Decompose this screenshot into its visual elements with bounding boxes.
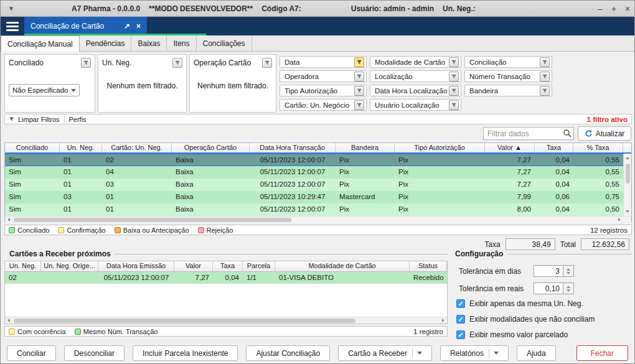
table-row[interactable]: Sim0301Baixa05/11/2023 10:29:47Mastercar… [5,191,623,203]
filter-button-numero-transacao[interactable]: Número Transação [464,70,552,82]
ajuda-button[interactable]: Ajuda [517,345,556,361]
tab-pendencias[interactable]: Pendências [80,36,132,51]
detach-icon[interactable]: ↗ [124,22,130,30]
funnel-icon[interactable] [172,58,182,68]
filter-button-cartao-un-negocio[interactable]: Cartão: Un. Negócio [280,99,367,111]
table-row[interactable]: Sim0103Baixa05/11/2023 12:00:07PixPix7,2… [5,179,623,191]
column-header-conciliado[interactable]: Conciliado [5,143,60,152]
column-header-un-neg[interactable]: Un. Neg. [60,143,102,152]
funnel-icon[interactable] [540,72,550,82]
fechar-button[interactable]: Fechar [576,345,628,361]
column-header-parcela[interactable]: Parcela [243,261,275,271]
tab-itens[interactable]: Itens [167,36,196,51]
spinner-buttons[interactable] [563,282,574,294]
funnel-icon[interactable] [540,86,550,96]
funnel-icon[interactable] [449,100,459,110]
checkbox-exibir-modalidades-que-nao-conciliam[interactable]: ✓Exibir modalidades que não conciliam [456,315,595,324]
cartao-a-receber-split-button[interactable]: Cartão a Receber [338,345,432,361]
tab-conciliacao-manual[interactable]: Conciliação Manual [1,35,80,52]
menu-icon[interactable] [1,17,24,35]
checkbox-exibir-apenas-da-mesma-un-neg[interactable]: ✓Exibir apenas da mesma Un. Neg. [456,299,583,308]
tolerancia-dias-input[interactable]: 3 [534,265,563,277]
column-header-data-hora-transacao[interactable]: Data Hora Transação [250,143,336,152]
maximize-icon[interactable]: + [607,4,621,14]
filter-button-conciliacao[interactable]: Conciliação [464,56,552,68]
scrollbar-thumb[interactable] [14,319,355,323]
column-header-cartao-un-neg[interactable]: Cartão: Un. Neg. [102,143,172,152]
tab-baixas[interactable]: Baixas [131,36,167,51]
funnel-icon[interactable] [81,58,91,68]
checkbox-checked-icon[interactable]: ✓ [456,315,465,324]
perfis-button[interactable]: Perfis [68,116,86,123]
scroll-up-icon[interactable] [624,154,631,162]
tolerancia-reais-input[interactable]: 0,10 [534,282,563,294]
conciliado-select[interactable]: Não Especificado [9,84,80,96]
table-row[interactable]: Sim0101Baixa05/11/2023 12:00:07PixPix8,0… [5,203,623,216]
column-header-valor[interactable]: Valor ▲ [485,143,535,152]
funnel-icon[interactable] [354,86,364,96]
cell: 03 [60,191,102,203]
tab-conciliacao-de-cartao[interactable]: Conciliação de Cartão ↗ × [24,17,147,35]
funnel-icon[interactable] [354,100,364,110]
funnel-icon[interactable] [449,57,459,67]
column-header-un-neg[interactable]: Un. Neg. [5,261,41,271]
spinner-buttons[interactable] [563,265,574,277]
vertical-scrollbar[interactable] [623,154,631,216]
scroll-left-icon[interactable] [5,317,12,324]
funnel-icon[interactable] [354,72,364,82]
ajustar-conciliacao-button[interactable]: Ajustar Conciliação [246,345,330,361]
filter-button-data-hora-localizacao[interactable]: Data Hora Localização [370,85,461,96]
funnel-icon[interactable] [354,57,364,67]
conciliar-button[interactable]: Conciliar [7,345,56,361]
scroll-down-icon[interactable] [624,207,631,216]
scroll-right-icon[interactable] [440,317,447,324]
funnel-icon[interactable] [449,86,459,96]
checkbox-checked-icon[interactable]: ✓ [456,299,465,308]
incluir-parcela-inexistente-button[interactable]: Incluir Parcela Inexistente [133,345,238,361]
scrollbar-thumb[interactable] [14,218,291,222]
close-tab-icon[interactable]: × [136,22,141,30]
funnel-icon[interactable] [262,58,272,68]
column-header-valor[interactable]: Valor [174,261,213,271]
table-row[interactable]: 0205/11/2023 12:00:077,270,041/101-VISA … [5,272,447,284]
desconciliar-button[interactable]: Desconciliar [64,345,125,361]
column-header-modalidade-de-cartao[interactable]: Modalidade de Cartão [275,261,410,271]
close-window-icon[interactable]: × [621,4,634,14]
filter-button-localizacao[interactable]: Localização [370,70,461,82]
scroll-left-icon[interactable] [5,217,12,223]
relatorios-split-button[interactable]: Relatórios [440,345,509,361]
filter-button-data[interactable]: Data [280,56,367,68]
column-header-un-neg-orige[interactable]: Un. Neg. Orige... [41,261,98,271]
column-header-tipo-autorizacao[interactable]: Tipo Autorização [395,143,485,152]
window-menu-icon[interactable]: ▾ [1,4,22,12]
filter-button-operadora[interactable]: Operadora [280,70,367,82]
filter-button-bandeira[interactable]: Bandeira [464,85,552,96]
column-header-operacao-cartao[interactable]: Operação Cartão [172,143,250,152]
table-row[interactable]: Sim0102Baixa05/11/2023 12:00:07PixPix7,2… [5,154,623,166]
column-header-bandeira[interactable]: Bandeira [336,143,395,152]
filter-button-modalidade-de-cartao[interactable]: Modalidade de Cartão [370,56,461,68]
funnel-icon[interactable] [540,57,550,67]
atualizar-button[interactable]: Atualizar [578,126,631,141]
funnel-icon[interactable] [449,72,459,82]
filter-button-tipo-autorizacao[interactable]: Tipo Autorização [280,85,367,96]
scroll-right-icon[interactable] [616,217,623,223]
scrollbar-thumb[interactable] [626,164,630,184]
dropdown-arrow-icon[interactable] [489,348,499,358]
table-row[interactable]: Sim0104Baixa05/11/2023 12:00:07PixPix7,2… [5,166,623,179]
minimize-icon[interactable]: – [593,4,607,14]
search-input[interactable] [483,127,574,140]
horizontal-scrollbar[interactable] [5,216,631,223]
checkbox-exibir-mesmo-valor-parcelado[interactable]: ✓Exibir mesmo valor parcelado [456,330,568,339]
column-header-data-hora-emissao[interactable]: Data Hora Emissão [98,261,174,271]
column-header-taxa[interactable]: Taxa [535,143,573,152]
tab-conciliacoes[interactable]: Conciliações [197,36,252,51]
column-header-status[interactable]: Status [410,261,447,271]
column-header-taxa[interactable]: Taxa [213,261,243,271]
horizontal-scrollbar[interactable] [5,317,447,324]
column-header-taxa[interactable]: % Taxa [573,143,623,152]
checkbox-checked-icon[interactable]: ✓ [456,330,465,339]
filter-button-usuario-localizacao[interactable]: Usuário Localização [370,99,461,111]
limpar-filtros-button[interactable]: Limpar Filtros [18,116,60,123]
dropdown-arrow-icon[interactable] [412,348,422,358]
